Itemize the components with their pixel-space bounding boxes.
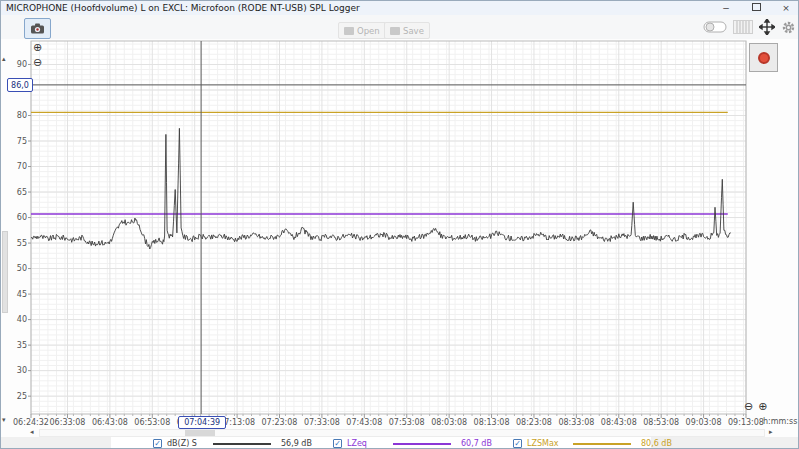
dbz-s-checkbox[interactable]: ✓ bbox=[153, 439, 162, 448]
vertical-scrollbar[interactable] bbox=[1, 51, 9, 423]
record-icon bbox=[758, 52, 770, 64]
x-tick-label: 09:13:08 bbox=[728, 418, 764, 427]
y-tick-label: 80 bbox=[17, 111, 27, 120]
x-tick-label: 09:03:08 bbox=[686, 418, 722, 427]
vscroll-down-arrow[interactable]: ▾ bbox=[2, 417, 6, 424]
x-tick-label: 08:03:08 bbox=[431, 418, 467, 427]
x-tick-label: 07:23:08 bbox=[262, 418, 298, 427]
toolbar: Open Save bbox=[1, 15, 799, 39]
lzeq-checkbox[interactable]: ✓ bbox=[333, 439, 342, 448]
y-tick-label: 50 bbox=[17, 264, 27, 273]
toggle-switch-icon[interactable] bbox=[703, 21, 727, 33]
y-tick-label: 90 bbox=[17, 60, 27, 69]
y-tick-label: 60 bbox=[17, 213, 27, 222]
window-controls: − × bbox=[718, 1, 798, 15]
x-cursor-time-box: 07:04:39 bbox=[178, 416, 226, 429]
move-pan-icon[interactable] bbox=[759, 19, 775, 35]
y-tick-label: 75 bbox=[17, 137, 27, 146]
horizontal-scrollbar-thumb[interactable] bbox=[185, 430, 215, 436]
maximize-button[interactable] bbox=[748, 2, 764, 15]
lzsmax-line-sample bbox=[573, 443, 631, 445]
open-folder-icon bbox=[344, 27, 354, 35]
horizontal-scrollbar[interactable] bbox=[39, 429, 765, 437]
x-tick-label: 06:24:32 bbox=[13, 418, 49, 427]
x-tick-label: 08:33:08 bbox=[558, 418, 594, 427]
histogram-view-icon[interactable] bbox=[733, 20, 753, 34]
x-tick-label: 08:13:08 bbox=[474, 418, 510, 427]
y-tick-label: 45 bbox=[17, 290, 27, 299]
legend-item-lzeq: ✓ LZeq 60,7 dB bbox=[333, 437, 513, 449]
lzsmax-label: LZSMax bbox=[527, 439, 573, 448]
x-tick-label: 08:53:08 bbox=[643, 418, 679, 427]
lzsmax-checkbox[interactable]: ✓ bbox=[513, 439, 522, 448]
x-tick-label: 06:53:08 bbox=[134, 418, 170, 427]
settings-gear-icon[interactable] bbox=[781, 20, 796, 35]
y-tick-label: 40 bbox=[17, 315, 27, 324]
camera-icon bbox=[30, 23, 45, 34]
x-zoom-controls: ⊖ ⊕ bbox=[744, 400, 767, 413]
x-tick-label: 07:33:08 bbox=[304, 418, 340, 427]
save-button[interactable]: Save bbox=[384, 22, 430, 39]
lzeq-value: 60,7 dB bbox=[461, 439, 513, 448]
legend-bar: ✓ dB(Z) S 56,9 dB ✓ LZeq 60,7 dB ✓ LZSMa… bbox=[1, 437, 799, 449]
x-tick-label: 06:33:08 bbox=[50, 418, 86, 427]
x-tick-label: 08:23:08 bbox=[516, 418, 552, 427]
dbz-s-value: 56,9 dB bbox=[281, 439, 333, 448]
vertical-scrollbar-thumb[interactable] bbox=[2, 231, 8, 313]
screenshot-button[interactable] bbox=[24, 18, 51, 39]
y-tick-label: 55 bbox=[17, 239, 27, 248]
maximize-icon bbox=[752, 3, 761, 11]
lzeq-line-sample bbox=[393, 443, 451, 445]
minimize-button[interactable]: − bbox=[718, 2, 734, 15]
title-bar: MICROPHONE (Hoofdvolume) L on EXCL: Micr… bbox=[1, 1, 799, 16]
x-axis-unit-label: h:mm:ss bbox=[763, 417, 797, 426]
y-zoom-out-icon[interactable]: ⊖ bbox=[33, 56, 42, 69]
window-title: MICROPHONE (Hoofdvolume) L on EXCL: Micr… bbox=[1, 3, 360, 13]
x-tick-label: 06:43:08 bbox=[92, 418, 128, 427]
lzeq-label: LZeq bbox=[347, 439, 393, 448]
hscroll-left-arrow[interactable]: ◂ bbox=[30, 429, 34, 436]
lzsmax-value: 80,6 dB bbox=[641, 439, 693, 448]
close-button[interactable]: × bbox=[778, 2, 794, 15]
x-tick-label: 08:43:08 bbox=[601, 418, 637, 427]
x-tick-label: 07:43:08 bbox=[346, 418, 382, 427]
y-zoom-controls: ⊕ ⊖ bbox=[33, 41, 42, 69]
spl-logger-window: 253035404550556065707580859006:24:3206:3… bbox=[0, 0, 799, 449]
y-cursor-value-box: 86,0 bbox=[7, 78, 33, 92]
legend-item-lzsmax: ✓ LZSMax 80,6 dB bbox=[513, 437, 693, 449]
legend-strip: ✓ dB(Z) S 56,9 dB ✓ LZeq 60,7 dB ✓ LZSMa… bbox=[111, 437, 651, 449]
y-tick-label: 30 bbox=[17, 366, 27, 375]
open-button-label: Open bbox=[357, 26, 380, 36]
toolbar-right-icons bbox=[703, 18, 796, 36]
legend-item-dbz-s: ✓ dB(Z) S 56,9 dB bbox=[153, 437, 333, 449]
open-button[interactable]: Open bbox=[338, 22, 386, 39]
y-zoom-in-icon[interactable]: ⊕ bbox=[33, 41, 42, 54]
x-tick-label: 07:53:08 bbox=[389, 418, 425, 427]
dbz-s-label: dB(Z) S bbox=[167, 439, 213, 448]
x-zoom-in-icon[interactable]: ⊕ bbox=[758, 400, 767, 413]
save-floppy-icon bbox=[390, 27, 400, 35]
y-tick-label: 35 bbox=[17, 341, 27, 350]
y-tick-label: 65 bbox=[17, 188, 27, 197]
dbz-s-line-sample bbox=[213, 443, 271, 445]
save-button-label: Save bbox=[403, 26, 424, 36]
x-zoom-out-icon[interactable]: ⊖ bbox=[744, 400, 753, 413]
spl-chart: 253035404550556065707580859006:24:3206:3… bbox=[1, 1, 799, 449]
record-button[interactable] bbox=[749, 43, 778, 72]
y-tick-label: 70 bbox=[17, 162, 27, 171]
hscroll-right-arrow[interactable]: ▸ bbox=[769, 429, 773, 436]
y-tick-label: 25 bbox=[17, 392, 27, 401]
